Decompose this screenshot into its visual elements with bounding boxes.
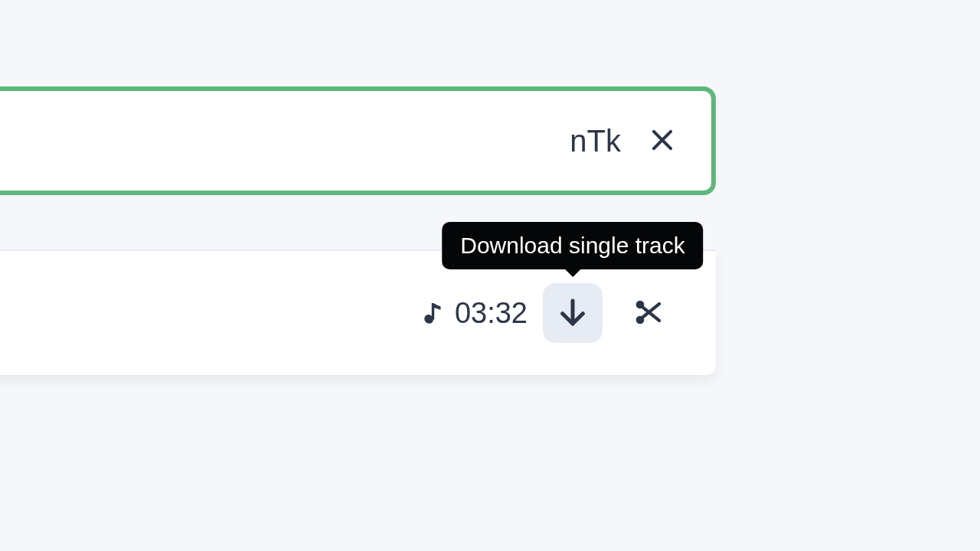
url-input-container (0, 86, 716, 195)
music-note-icon (424, 301, 444, 325)
track-duration: 03:32 (424, 297, 528, 330)
arrow-down-icon (557, 297, 588, 330)
close-icon (648, 126, 677, 157)
url-input[interactable] (0, 124, 644, 158)
tooltip-text: Download single track (460, 233, 684, 258)
track-result-card: 03:32 Download single track (0, 249, 716, 375)
clear-input-button[interactable] (644, 122, 681, 159)
cut-track-button[interactable] (618, 283, 678, 343)
download-track-button[interactable]: Download single track (543, 283, 603, 343)
duration-text: 03:32 (455, 297, 528, 330)
download-tooltip: Download single track (442, 222, 703, 269)
scissors-icon (632, 297, 663, 330)
